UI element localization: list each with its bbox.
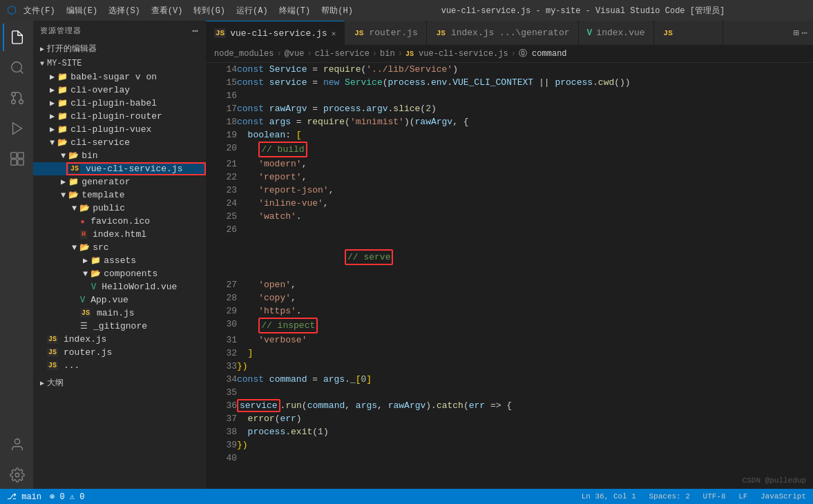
line-number: 14: [206, 63, 237, 76]
folder-icon: 📁: [68, 177, 79, 187]
more-actions-button[interactable]: ⋯: [802, 27, 807, 39]
svg-rect-9: [18, 153, 23, 158]
tree-item-helloworld[interactable]: V HelloWorld.vue: [33, 280, 206, 293]
svg-point-0: [12, 62, 22, 72]
activity-extensions[interactable]: [3, 145, 30, 173]
tree-item-babel-sugar[interactable]: ▶ 📁 babel-sugar v on: [33, 70, 206, 84]
tree-label: src: [93, 242, 108, 253]
line-content: process.exit(1): [237, 425, 813, 438]
tab-vue-cli-service[interactable]: JS vue-cli-service.js ✕: [206, 21, 345, 45]
tab-index-vue[interactable]: V index.vue: [579, 21, 654, 45]
tree-label: cli-service: [70, 137, 130, 148]
folder-open-icon: 📂: [90, 269, 101, 279]
spaces-indicator[interactable]: Spaces: 2: [649, 492, 690, 501]
tree-item-generator[interactable]: ▶ 📁 generator: [33, 175, 206, 188]
code-editor[interactable]: 14 const Service = require('../lib/Servi…: [206, 63, 813, 489]
line-content: const command = args._[0]: [237, 373, 813, 386]
tab-index-generator[interactable]: JS index.js ...\generator: [427, 21, 579, 45]
activity-source-control[interactable]: [3, 84, 30, 112]
line-endings[interactable]: LF: [738, 492, 747, 501]
tree-item-more-js[interactable]: JS ...: [33, 359, 206, 372]
tree-item-cli-plugin-babel[interactable]: ▶ 📁 cli-plugin-babel: [33, 97, 206, 110]
tree-item-assets[interactable]: ▶ 📁 assets: [33, 254, 206, 267]
code-line-22: 22 'report',: [206, 171, 813, 184]
tree-item-cli-service[interactable]: ▼ 📂 cli-service: [33, 136, 206, 149]
breadcrumb-bin[interactable]: bin: [380, 49, 395, 59]
favicon-icon: ★: [80, 216, 85, 226]
tree-item-index-html[interactable]: H index.html: [33, 228, 206, 241]
new-file-icon[interactable]: ⋯: [193, 25, 199, 37]
tree-item-template[interactable]: ▼ 📂 template: [33, 188, 206, 202]
sidebar-title: 资源管理器: [40, 26, 82, 36]
line-number: 21: [206, 157, 237, 171]
project-label: MY-SITE: [47, 59, 82, 68]
menu-file[interactable]: 文件(F): [23, 5, 55, 17]
tree-item-cli-plugin-router[interactable]: ▶ 📁 cli-plugin-router: [33, 110, 206, 123]
line-content: ]: [237, 347, 813, 360]
line-content: const service = new Service(process.env.…: [237, 76, 813, 89]
line-content: 'open',: [237, 278, 813, 291]
tree-label: router.js: [64, 347, 112, 358]
tree-item-bin[interactable]: ▼ 📂 bin: [33, 149, 206, 162]
line-number: 25: [206, 210, 237, 223]
line-number: 34: [206, 373, 237, 386]
project-header[interactable]: ▼ MY-SITE: [33, 57, 206, 70]
activity-settings[interactable]: [3, 461, 30, 489]
activity-run[interactable]: [3, 115, 30, 142]
chevron-right-icon: ▶: [50, 98, 55, 108]
tree-item-src[interactable]: ▼ 📂 src: [33, 241, 206, 254]
language-mode[interactable]: JavaScript: [761, 492, 806, 501]
tree-item-components[interactable]: ▼ 📂 components: [33, 267, 206, 280]
cursor-position[interactable]: Ln 36, Col 1: [582, 492, 636, 501]
breadcrumb-command[interactable]: ⓪ command: [519, 48, 567, 59]
breadcrumb-node-modules[interactable]: node_modules: [214, 49, 274, 59]
git-branch[interactable]: ⎇ main: [7, 492, 41, 502]
chevron-down-icon: ▼: [83, 269, 88, 279]
line-content: 'verbose': [237, 333, 813, 347]
svg-rect-10: [11, 159, 17, 165]
menu-terminal[interactable]: 终端(T): [279, 5, 311, 17]
tree-item-main-js[interactable]: JS main.js: [33, 307, 206, 320]
close-tab-button[interactable]: ✕: [332, 29, 336, 38]
tree-item-favicon[interactable]: ★ favicon.ico: [33, 215, 206, 228]
tree-item-gitignore[interactable]: ☰ _gitignore: [33, 320, 206, 333]
tabs-actions[interactable]: ⊞ ⋯: [787, 21, 813, 45]
activity-search[interactable]: [3, 54, 30, 81]
breadcrumb-cli-service[interactable]: cli-service: [315, 49, 370, 59]
menu-run[interactable]: 运行(A): [236, 5, 268, 17]
code-line-35: 35: [206, 386, 813, 399]
code-line-20: 20 // build: [206, 142, 813, 157]
sidebar-header-actions[interactable]: ⋯: [193, 25, 199, 37]
open-editors-header[interactable]: ▶ 打开的编辑器: [33, 41, 206, 57]
tab-js-end[interactable]: JS: [654, 21, 723, 45]
menu-bar[interactable]: 文件(F) 编辑(E) 选择(S) 查看(V) 转到(G) 运行(A) 终端(T…: [23, 5, 353, 17]
menu-select[interactable]: 选择(S): [108, 5, 140, 17]
code-line-23: 23 'report-json',: [206, 184, 813, 197]
breadcrumb-vue[interactable]: @vue: [285, 49, 305, 59]
split-editor-button[interactable]: ⊞: [793, 27, 798, 39]
tree-item-public[interactable]: ▼ 📂 public: [33, 202, 206, 215]
svg-point-4: [12, 100, 16, 104]
tab-router[interactable]: JS router.js: [345, 21, 426, 45]
activity-files[interactable]: [3, 23, 30, 51]
outline-header[interactable]: ▶ 大纲: [33, 375, 206, 391]
folder-open-icon: 📂: [57, 137, 68, 148]
activity-account[interactable]: [3, 431, 30, 458]
line-number: 30: [206, 318, 237, 333]
tree-item-app-vue[interactable]: V App.vue: [33, 293, 206, 307]
project-chevron-icon: ▼: [40, 60, 44, 68]
code-line-24: 24 'inline-vue',: [206, 197, 813, 210]
svg-rect-11: [18, 159, 23, 165]
tree-item-vue-cli-service[interactable]: JS vue-cli-service.js: [33, 162, 206, 175]
menu-view[interactable]: 查看(V): [151, 5, 183, 17]
tree-item-index-js[interactable]: JS index.js: [33, 333, 206, 346]
menu-edit[interactable]: 编辑(E): [66, 5, 98, 17]
tree-item-cli-plugin-vuex[interactable]: ▶ 📁 cli-plugin-vuex: [33, 123, 206, 136]
menu-goto[interactable]: 转到(G): [193, 5, 225, 17]
tree-item-router-js[interactable]: JS router.js: [33, 346, 206, 359]
encoding-indicator[interactable]: UTF-8: [703, 492, 726, 501]
tree-item-cli-overlay[interactable]: ▶ 📁 cli-overlay: [33, 84, 206, 97]
menu-help[interactable]: 帮助(H): [321, 5, 353, 17]
line-number: 24: [206, 197, 237, 210]
line-content: boolean: [: [237, 128, 813, 142]
